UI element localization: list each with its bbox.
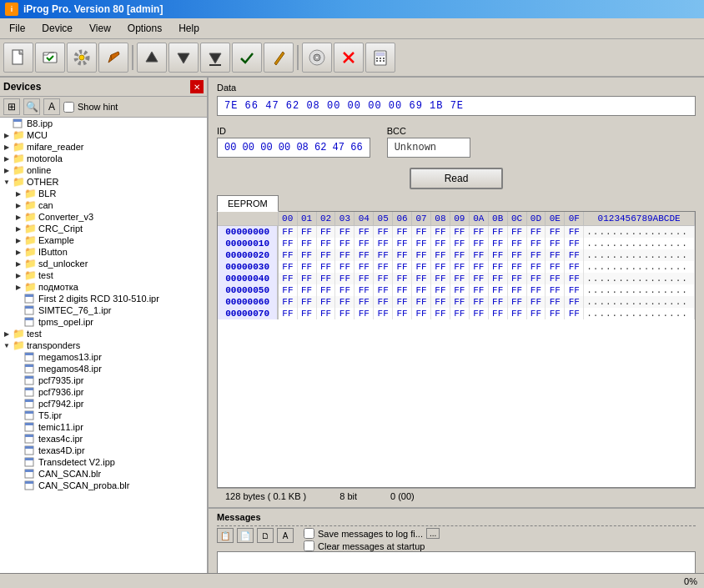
tree-expand-icon[interactable]: ▶	[2, 153, 12, 163]
tree-expand-icon[interactable]: ▶	[13, 259, 23, 269]
eeprom-byte[interactable]: FF	[355, 273, 374, 284]
devices-search-button[interactable]: 🔍	[23, 98, 40, 115]
save-log-button[interactable]: ...	[426, 528, 440, 539]
eeprom-byte[interactable]: FF	[488, 261, 507, 273]
eeprom-byte[interactable]: FF	[546, 238, 565, 249]
eeprom-byte[interactable]: FF	[526, 226, 546, 239]
tree-expand-icon[interactable]: ▼	[2, 340, 12, 350]
eeprom-byte[interactable]: FF	[412, 273, 431, 284]
eeprom-byte[interactable]: FF	[430, 238, 450, 249]
tree-item[interactable]: ▶📁mifare_reader	[0, 141, 207, 153]
eeprom-byte[interactable]: FF	[526, 273, 546, 284]
eeprom-byte[interactable]: FF	[469, 238, 488, 249]
msg-font-button[interactable]: A	[277, 528, 294, 543]
eeprom-byte[interactable]: FF	[374, 296, 393, 308]
eeprom-byte[interactable]: FF	[393, 261, 412, 273]
eeprom-byte[interactable]: FF	[335, 284, 355, 296]
eeprom-byte[interactable]: FF	[393, 296, 412, 308]
menu-help[interactable]: Help	[171, 20, 207, 37]
tree-item[interactable]: ▼📁OTHER	[0, 176, 207, 188]
tree-item[interactable]: ▶📁can	[0, 199, 207, 211]
tab-eeprom[interactable]: EEPROM	[217, 195, 279, 212]
eeprom-byte[interactable]: FF	[355, 238, 374, 249]
eeprom-table-container[interactable]: 000102030405060708090A0B0C0D0E0F01234567…	[217, 212, 696, 488]
eeprom-byte[interactable]: FF	[297, 261, 316, 273]
tree-item[interactable]: T5.ipr	[0, 410, 207, 421]
eeprom-byte[interactable]: FF	[316, 284, 335, 296]
eeprom-byte[interactable]: FF	[430, 296, 450, 308]
menu-device[interactable]: Device	[34, 20, 80, 37]
tree-item[interactable]: ▶📁test	[0, 269, 207, 281]
eeprom-byte[interactable]: FF	[526, 308, 546, 319]
tree-item[interactable]: megamos48.ipr	[0, 363, 207, 374]
eeprom-byte[interactable]: FF	[526, 261, 546, 273]
eeprom-byte[interactable]: FF	[488, 296, 507, 308]
eeprom-byte[interactable]: FF	[507, 296, 526, 308]
eeprom-byte[interactable]: FF	[565, 273, 584, 284]
eeprom-byte[interactable]: FF	[546, 226, 565, 239]
eeprom-byte[interactable]: FF	[546, 261, 565, 273]
eeprom-byte[interactable]: FF	[278, 249, 297, 261]
eeprom-byte[interactable]: FF	[278, 238, 297, 249]
eeprom-byte[interactable]: FF	[335, 226, 355, 239]
toolbar-calc-button[interactable]	[365, 43, 395, 73]
tree-item[interactable]: ▶📁подмотка	[0, 281, 207, 293]
eeprom-byte[interactable]: FF	[469, 308, 488, 319]
tree-item[interactable]: ▶📁CRC_Cript	[0, 223, 207, 234]
tree-expand-icon[interactable]: ▶	[2, 329, 12, 339]
eeprom-byte[interactable]: FF	[469, 284, 488, 296]
eeprom-byte[interactable]: FF	[450, 261, 469, 273]
tree-item[interactable]: CAN_SCAN_proba.blr	[0, 480, 207, 491]
tree-expand-icon[interactable]: ▶	[2, 130, 12, 140]
eeprom-byte[interactable]: FF	[450, 273, 469, 284]
toolbar-up-button[interactable]	[137, 43, 167, 73]
menu-view[interactable]: View	[82, 20, 118, 37]
eeprom-byte[interactable]: FF	[430, 308, 450, 319]
eeprom-byte[interactable]: FF	[450, 296, 469, 308]
eeprom-byte[interactable]: FF	[469, 261, 488, 273]
msg-paste-button[interactable]: 📋	[217, 528, 234, 543]
eeprom-byte[interactable]: FF	[430, 249, 450, 261]
eeprom-byte[interactable]: FF	[316, 226, 335, 239]
eeprom-byte[interactable]: FF	[526, 238, 546, 249]
eeprom-byte[interactable]: FF	[278, 308, 297, 319]
tree-item[interactable]: ▶📁MCU	[0, 129, 207, 141]
tree-item[interactable]: ▶📁BLR	[0, 188, 207, 199]
tree-item[interactable]: pcf7942.ipr	[0, 398, 207, 410]
toolbar-verify-button[interactable]	[232, 43, 262, 73]
clear-messages-option[interactable]: Clear messages at startup	[304, 540, 440, 551]
eeprom-byte[interactable]: FF	[546, 249, 565, 261]
eeprom-byte[interactable]: FF	[374, 226, 393, 239]
tree-expand-icon[interactable]: ▼	[2, 177, 12, 187]
tree-item[interactable]: ▶📁test	[0, 328, 207, 339]
tree-item[interactable]: ▶📁IButton	[0, 246, 207, 258]
eeprom-byte[interactable]: FF	[297, 284, 316, 296]
eeprom-byte[interactable]: FF	[546, 273, 565, 284]
tree-expand-icon[interactable]: ▶	[2, 142, 12, 152]
tree-expand-icon[interactable]: ▶	[13, 282, 23, 292]
eeprom-byte[interactable]: FF	[565, 249, 584, 261]
eeprom-byte[interactable]: FF	[507, 226, 526, 239]
eeprom-byte[interactable]: FF	[565, 296, 584, 308]
eeprom-byte[interactable]: FF	[430, 261, 450, 273]
eeprom-byte[interactable]: FF	[335, 238, 355, 249]
eeprom-byte[interactable]: FF	[526, 296, 546, 308]
devices-font-button[interactable]: A	[43, 98, 60, 115]
tree-item[interactable]: texas4D.ipr	[0, 445, 207, 456]
eeprom-byte[interactable]: FF	[355, 226, 374, 239]
eeprom-byte[interactable]: FF	[412, 308, 431, 319]
tree-expand-icon[interactable]: ▶	[13, 188, 23, 199]
tree-item[interactable]: pcf7935.ipr	[0, 374, 207, 386]
tree-item[interactable]: ▶📁sd_unlocker	[0, 258, 207, 269]
eeprom-byte[interactable]: FF	[374, 261, 393, 273]
eeprom-byte[interactable]: FF	[278, 296, 297, 308]
tree-item[interactable]: tpms_opel.ipr	[0, 316, 207, 328]
eeprom-byte[interactable]: FF	[297, 273, 316, 284]
eeprom-byte[interactable]: FF	[355, 296, 374, 308]
tree-item[interactable]: megamos13.ipr	[0, 351, 207, 363]
eeprom-byte[interactable]: FF	[335, 296, 355, 308]
eeprom-byte[interactable]: FF	[507, 261, 526, 273]
eeprom-byte[interactable]: FF	[393, 308, 412, 319]
eeprom-byte[interactable]: FF	[297, 226, 316, 239]
eeprom-byte[interactable]: FF	[565, 284, 584, 296]
